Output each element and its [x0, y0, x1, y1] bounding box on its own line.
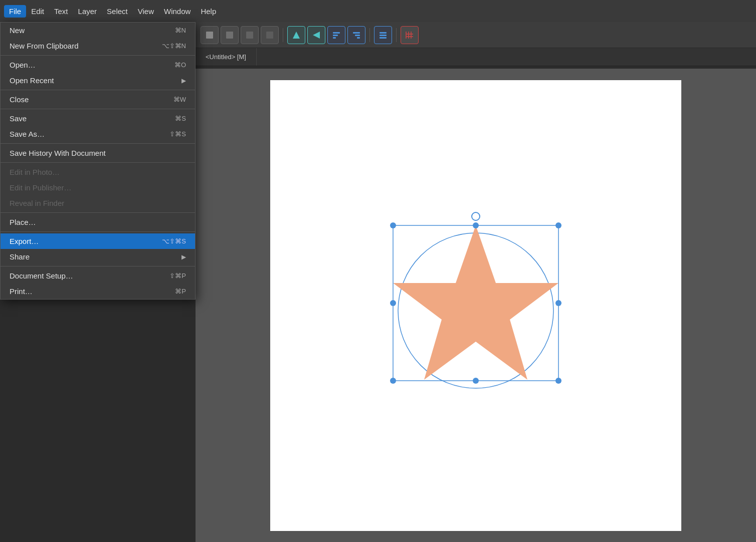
menubar-item-help[interactable]: Help [196, 5, 221, 18]
svg-marker-4 [293, 32, 300, 39]
toolbar-btn-4[interactable] [261, 26, 279, 44]
menu-separator-6 [1, 212, 195, 213]
canvas-white [270, 80, 681, 531]
menubar-item-view[interactable]: View [133, 5, 159, 18]
toolbar-btn-layers[interactable] [374, 26, 392, 44]
svg-rect-6 [333, 32, 340, 34]
menu-separator-5 [1, 162, 195, 163]
svg-rect-9 [353, 32, 360, 34]
menu-item-save[interactable]: Save ⌘S [1, 111, 195, 126]
handle-bot-left[interactable] [390, 378, 396, 384]
menu-separator-2 [1, 90, 195, 90]
canvas-area [196, 69, 756, 542]
toolbar-btn-triangle-left[interactable] [307, 26, 325, 44]
menu-separator-7 [1, 231, 195, 232]
svg-rect-13 [380, 35, 387, 36]
menubar-item-select[interactable]: Select [102, 5, 133, 18]
menu-separator-1 [1, 55, 195, 56]
svg-rect-3 [266, 32, 273, 39]
menu-item-save-history[interactable]: Save History With Document [1, 145, 195, 161]
menu-item-edit-in-photo: Edit in Photo… [1, 164, 195, 180]
toolbar-btn-align2[interactable] [347, 26, 365, 44]
svg-rect-8 [333, 37, 336, 39]
toolbar-btn-2[interactable] [221, 26, 239, 44]
menu-item-open-recent[interactable]: Open Recent ▶ [1, 73, 195, 88]
toolbar-btn-grid[interactable] [401, 26, 419, 44]
handle-top-center[interactable] [473, 222, 479, 228]
toolbar [196, 22, 756, 48]
menu-item-reveal-in-finder: Reveal in Finder [1, 195, 195, 211]
handle-mid-left[interactable] [390, 300, 396, 306]
menu-item-print[interactable]: Print… ⌘P [1, 284, 195, 299]
toolbar-btn-triangle[interactable] [287, 26, 305, 44]
handle-mid-right[interactable] [555, 300, 561, 306]
menu-item-new-from-clipboard[interactable]: New From Clipboard ⌥⇧⌘N [1, 38, 195, 54]
svg-rect-12 [380, 32, 387, 34]
menubar-item-window[interactable]: Window [159, 5, 196, 18]
menu-separator-3 [1, 109, 195, 109]
tabbar: <Untitled> [M] [196, 48, 756, 66]
menu-item-save-as[interactable]: Save As… ⇧⌘S [1, 126, 195, 142]
menubar-item-edit[interactable]: Edit [26, 5, 49, 18]
menu-item-place[interactable]: Place… [1, 214, 195, 230]
menubar-item-text[interactable]: Text [49, 5, 73, 18]
svg-rect-0 [206, 32, 213, 39]
menu-item-new[interactable]: New ⌘N [1, 23, 195, 38]
toolbar-btn-3[interactable] [241, 26, 259, 44]
toolbar-divider-3 [396, 28, 397, 42]
menubar-item-layer[interactable]: Layer [73, 5, 102, 18]
handle-bot-right[interactable] [555, 378, 561, 384]
menubar-item-file[interactable]: File [4, 5, 26, 18]
svg-rect-1 [226, 32, 233, 39]
open-recent-arrow-icon: ▶ [181, 77, 186, 84]
toolbar-btn-1[interactable] [201, 26, 219, 44]
menubar: File Edit Text Layer Select View Window … [0, 0, 756, 22]
share-arrow-icon: ▶ [181, 253, 186, 260]
svg-rect-2 [246, 32, 253, 39]
handle-top-right[interactable] [555, 222, 561, 228]
rotation-handle[interactable] [472, 212, 480, 220]
menu-item-export[interactable]: Export… ⌥⇧⌘S [1, 233, 195, 249]
handle-bot-center[interactable] [473, 378, 479, 384]
svg-rect-11 [357, 37, 360, 39]
menu-separator-8 [1, 266, 195, 266]
svg-rect-7 [333, 35, 338, 36]
menu-separator-4 [1, 143, 195, 144]
svg-marker-5 [313, 32, 320, 39]
star-shape-container [386, 205, 566, 406]
toolbar-divider-1 [283, 28, 283, 42]
svg-rect-10 [355, 35, 360, 36]
menu-item-close[interactable]: Close ⌘W [1, 92, 195, 107]
star-svg [386, 205, 566, 406]
menu-item-document-setup[interactable]: Document Setup… ⇧⌘P [1, 268, 195, 284]
star-polygon [393, 225, 558, 380]
toolbar-btn-align[interactable] [327, 26, 345, 44]
svg-rect-14 [380, 37, 387, 39]
menu-item-share[interactable]: Share ▶ [1, 249, 195, 264]
toolbar-divider-2 [369, 28, 370, 42]
tab-untitled[interactable]: <Untitled> [M] [196, 48, 257, 66]
file-dropdown-menu: New ⌘N New From Clipboard ⌥⇧⌘N Open… ⌘O … [0, 22, 196, 300]
handle-top-left[interactable] [390, 222, 396, 228]
menu-item-open[interactable]: Open… ⌘O [1, 57, 195, 73]
menu-item-edit-in-publisher: Edit in Publisher… [1, 180, 195, 195]
